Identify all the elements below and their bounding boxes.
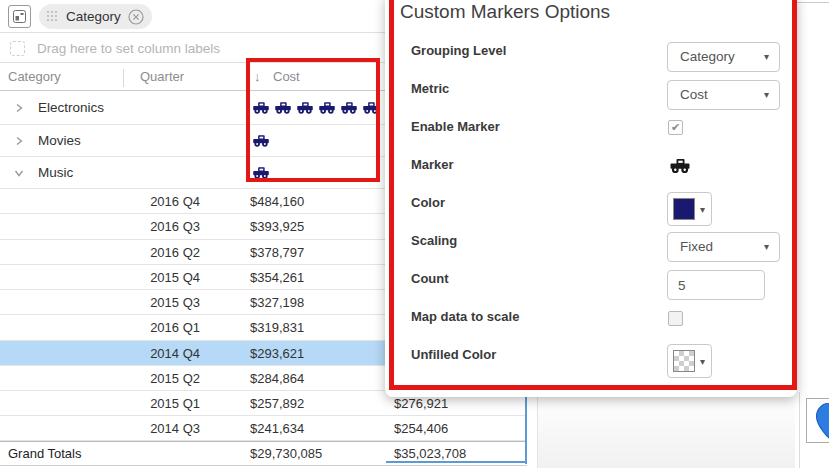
grouping-level-select[interactable]: Category ▾ [667, 42, 780, 72]
chevron-right-icon[interactable] [14, 103, 24, 113]
cost-cell: $284,864 [250, 366, 304, 391]
color-label: Color [411, 195, 445, 210]
header-separator [123, 69, 124, 87]
custom-markers-options-dialog: Custom Markers Options Grouping Level Ca… [385, 0, 797, 397]
scaling-value: Fixed [680, 239, 713, 254]
field-chip-category[interactable]: Category [39, 4, 152, 29]
quarter-cell: 2014 Q3 [150, 416, 200, 441]
cost-cell: $354,261 [250, 265, 304, 290]
quarter-cell: 2016 Q3 [150, 214, 200, 240]
grouping-level-label: Grouping Level [411, 43, 506, 58]
grand-totals-label: Grand Totals [8, 442, 81, 466]
quarter-cell: 2014 Q4 [150, 341, 200, 366]
unfilled-color-label: Unfilled Color [411, 347, 496, 362]
side-panel-fragment [537, 392, 795, 468]
cost-marker-icons [252, 166, 270, 179]
quarter-cell: 2015 Q1 [150, 391, 200, 416]
chevron-down-icon: ▾ [700, 204, 705, 215]
header-quarter[interactable]: Quarter [140, 63, 184, 91]
enable-marker-checkbox[interactable]: ✔ [668, 120, 683, 135]
enable-marker-label: Enable Marker [411, 119, 500, 134]
metric2-cell: $254,406 [394, 416, 448, 441]
quarter-cell: 2015 Q3 [150, 290, 200, 315]
scaling-select[interactable]: Fixed ▾ [667, 232, 780, 262]
metric-label: Metric [411, 81, 449, 96]
cost-cell: $241,634 [250, 416, 304, 441]
grand-totals-cost: $29,730,085 [250, 442, 322, 466]
map-data-to-scale-checkbox[interactable] [668, 311, 683, 326]
category-label[interactable]: Music [38, 157, 73, 189]
grouping-level-value: Category [680, 49, 735, 64]
cost-cell: $393,925 [250, 214, 304, 240]
cost-marker-icons [252, 101, 380, 114]
header-category[interactable]: Category [8, 63, 61, 91]
drag-handle-icon[interactable] [47, 11, 59, 23]
quarter-cell: 2015 Q4 [150, 265, 200, 290]
quarter-cell: 2016 Q1 [150, 315, 200, 341]
color-picker-button[interactable]: ▾ [667, 192, 712, 226]
map-pin-icon[interactable] [815, 403, 829, 439]
unfilled-color-picker-button[interactable]: ▾ [667, 344, 712, 378]
cost-cell: $319,831 [250, 315, 304, 341]
chevron-down-icon: ▾ [764, 43, 769, 71]
marker-label: Marker [411, 157, 454, 172]
header-cost[interactable]: Cost [273, 63, 300, 91]
panel-divider [799, 392, 800, 468]
marker-picker-fragment[interactable] [806, 398, 829, 443]
table-selection-bottom-border [386, 461, 527, 463]
metric-select[interactable]: Cost ▾ [667, 80, 780, 110]
field-chip-label: Category [66, 9, 121, 24]
quarter-cell: 2015 Q2 [150, 366, 200, 391]
pivot-config-button[interactable] [8, 5, 31, 28]
close-icon[interactable] [128, 9, 144, 25]
cost-cell: $484,160 [250, 189, 304, 214]
quarter-cell: 2016 Q2 [150, 240, 200, 265]
quarter-row[interactable]: 2014 Q3$241,634$254,406 [0, 416, 527, 441]
chevron-right-icon[interactable] [14, 136, 24, 146]
chevron-down-icon: ▾ [700, 356, 705, 367]
dialog-title: Custom Markers Options [400, 1, 610, 23]
cost-cell: $257,892 [250, 391, 304, 416]
cost-cell: $378,797 [250, 240, 304, 265]
count-label: Count [411, 271, 449, 286]
map-data-to-scale-label: Map data to scale [411, 309, 519, 324]
color-swatch-transparent [673, 350, 695, 372]
scaling-label: Scaling [411, 233, 457, 248]
chevron-down-icon: ▾ [764, 233, 769, 261]
chevron-down-icon[interactable] [14, 168, 24, 178]
color-swatch-navy [673, 198, 695, 220]
pivot-table-app: Category Drag here to set column labels … [0, 0, 829, 468]
count-input[interactable] [667, 270, 765, 300]
pivot-table-icon [13, 10, 26, 23]
cost-cell: $327,198 [250, 290, 304, 315]
column-drop-icon [10, 41, 25, 56]
category-label[interactable]: Electronics [38, 91, 104, 125]
metric-value: Cost [680, 87, 708, 102]
quarter-cell: 2016 Q4 [150, 189, 200, 214]
chevron-down-icon: ▾ [764, 81, 769, 109]
category-label[interactable]: Movies [38, 125, 81, 157]
top-right-divider [797, 2, 829, 3]
truck-marker-icon[interactable] [669, 158, 691, 177]
column-drop-placeholder: Drag here to set column labels [37, 34, 220, 63]
cost-cell: $293,621 [250, 341, 304, 366]
sort-descending-icon[interactable]: ↓ [254, 63, 261, 91]
cost-marker-icons [252, 134, 270, 147]
